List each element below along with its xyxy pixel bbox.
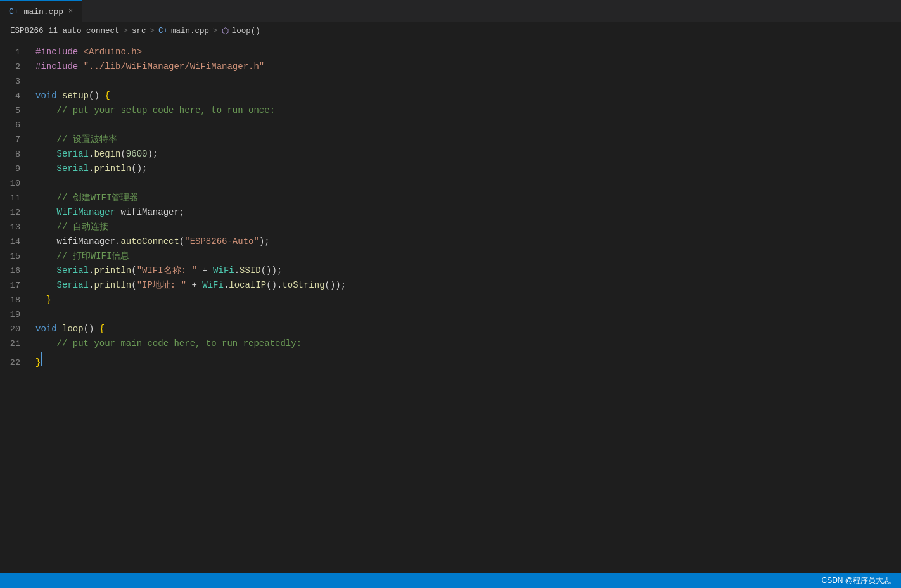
code-line-3: 3 <box>0 74 901 89</box>
code-line-5: 5 // put your setup code here, to run on… <box>0 103 901 118</box>
tab-close-button[interactable]: × <box>68 7 73 16</box>
editor[interactable]: 1 #include <Arduino.h> 2 #include "../li… <box>0 40 901 573</box>
code-line-16: 16 Serial.println("WIFI名称: " + WiFi.SSID… <box>0 264 901 278</box>
code-line-21: 21 // put your main code here, to run re… <box>0 336 901 351</box>
breadcrumb-sep2: > <box>150 27 155 35</box>
breadcrumb-file[interactable]: C+ main.cpp <box>158 27 209 35</box>
code-line-18: 18 } <box>0 293 901 307</box>
tab-main-cpp[interactable]: C+ main.cpp × <box>0 0 82 22</box>
code-line-20: 20 void loop() { <box>0 322 901 336</box>
breadcrumb-sep3: > <box>213 27 218 35</box>
breadcrumb-folder[interactable]: src <box>132 27 146 35</box>
code-line-17: 17 Serial.println("IP地址: " + WiFi.localI… <box>0 278 901 293</box>
cpp-file-icon: C+ <box>9 7 19 16</box>
code-line-8: 8 Serial.begin(9600); <box>0 147 901 162</box>
code-line-22: 22 } <box>0 351 901 370</box>
status-bar-text: CSDN @程序员大志 <box>821 575 891 586</box>
status-bar: CSDN @程序员大志 <box>0 573 901 588</box>
code-line-1: 1 #include <Arduino.h> <box>0 45 901 60</box>
code-line-4: 4 void setup() { <box>0 89 901 103</box>
code-line-19: 19 <box>0 307 901 322</box>
breadcrumb-sep1: > <box>124 27 129 35</box>
tab-bar: C+ main.cpp × <box>0 0 901 22</box>
code-line-9: 9 Serial.println(); <box>0 162 901 176</box>
code-line-2: 2 #include "../lib/WiFiManager/WiFiManag… <box>0 60 901 74</box>
code-line-14: 14 wifiManager.autoConnect("ESP8266-Auto… <box>0 234 901 249</box>
tab-filename: main.cpp <box>24 7 63 16</box>
code-line-12: 12 WiFiManager wifiManager; <box>0 205 901 220</box>
breadcrumb-symbol[interactable]: ⬡ loop() <box>222 26 260 36</box>
symbol-icon: ⬡ <box>222 26 229 36</box>
cpp-icon: C+ <box>158 27 168 35</box>
breadcrumb: ESP8266_11_auto_connect > src > C+ main.… <box>0 22 901 40</box>
code-line-15: 15 // 打印WIFI信息 <box>0 249 901 264</box>
code-line-7: 7 // 设置波特率 <box>0 132 901 147</box>
code-line-10: 10 <box>0 176 901 191</box>
code-line-11: 11 // 创建WIFI管理器 <box>0 191 901 205</box>
code-line-13: 13 // 自动连接 <box>0 220 901 234</box>
breadcrumb-project[interactable]: ESP8266_11_auto_connect <box>10 27 120 35</box>
code-line-6: 6 <box>0 118 901 132</box>
